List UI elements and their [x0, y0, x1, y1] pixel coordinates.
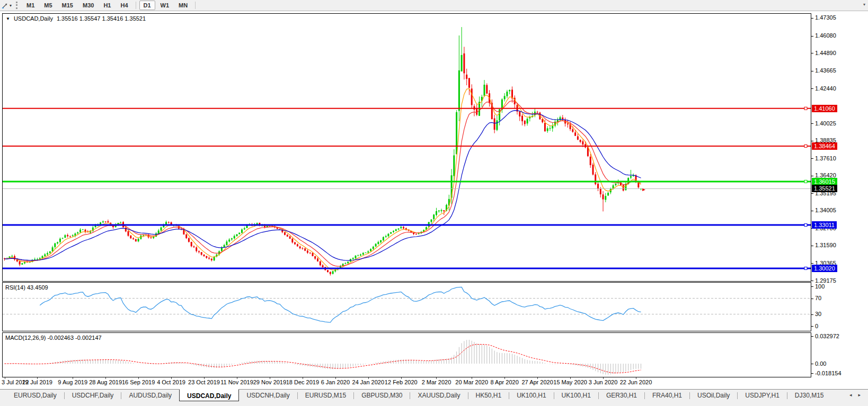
- tool-dropdown-caret-icon[interactable]: ▾: [10, 3, 12, 8]
- hline-handle: [804, 180, 807, 183]
- rsi-label: RSI(14) 43.4509: [5, 284, 48, 291]
- price-tick-mark: [811, 141, 813, 141]
- price-tick-label: 1.34005: [815, 207, 836, 213]
- chart-tab-ger30-h1[interactable]: GER30,H1: [599, 390, 644, 402]
- hline-handle: [804, 145, 807, 147]
- date-label: 4 Oct 2019: [157, 379, 185, 385]
- chart-tab-usdcnh-daily[interactable]: USDCNH,Daily: [239, 390, 297, 402]
- chart-tab-bar: EURUSD,DailyUSDCHF,DailyAUDUSD,DailyUSDC…: [0, 389, 868, 406]
- chart-tab-eurusd-daily[interactable]: EURUSD,Daily: [6, 390, 64, 402]
- chart-tab-usoil-daily[interactable]: USOil,Daily: [690, 390, 737, 402]
- date-label: 15 May 2020: [553, 379, 587, 385]
- date-label: 27 Apr 2020: [521, 379, 553, 385]
- date-label: 23 Oct 2019: [188, 379, 220, 385]
- chart-tab-uk100-h1[interactable]: UK100,H1: [554, 390, 598, 402]
- quote-ohlc: 1.35516 1.35547 1.35416 1.35521: [57, 15, 146, 22]
- price-chart-canvas[interactable]: [3, 14, 811, 281]
- price-tick-mark: [811, 193, 813, 194]
- rsi-value: 43.4509: [27, 284, 48, 291]
- chart-tab-eurusd-m15[interactable]: EURUSD,M15: [298, 390, 353, 402]
- price-tick-label: 1.40025: [815, 120, 836, 127]
- symbol-dropdown-icon[interactable]: ▼: [6, 16, 10, 21]
- chart-tab-usdcad-daily[interactable]: USDCAD,Daily: [179, 389, 239, 401]
- macd-panel[interactable]: MACD(12,26,9) -0.002463 -0.002147: [2, 332, 811, 377]
- price-tick-label: 1.37610: [815, 155, 836, 161]
- chart-tab-audusd-daily[interactable]: AUDUSD,Daily: [121, 390, 179, 402]
- macd-signal-line: [5, 345, 641, 373]
- chart-tab-hk50-h1[interactable]: HK50,H1: [468, 390, 509, 402]
- timeframe-button-m5[interactable]: M5: [40, 1, 56, 10]
- rsi-tick-mark: [811, 286, 813, 287]
- chart-tab-fra40-h1[interactable]: FRA40,H1: [645, 390, 689, 402]
- timeframe-button-w1[interactable]: W1: [156, 1, 174, 10]
- price-tick-mark: [811, 246, 813, 246]
- chart-tab-gbpusd-m30[interactable]: GBPUSD,M30: [354, 390, 410, 402]
- date-label: 22 Jul 2019: [22, 379, 52, 385]
- quote-line: ▼ USDCAD,Daily 1.35516 1.35547 1.35416 1…: [6, 15, 146, 22]
- tab-scroll-right-icon[interactable]: ▸: [858, 392, 861, 398]
- price-tick-mark: [811, 53, 813, 53]
- chart-tab-dj30-m15[interactable]: DJ30,M15: [787, 390, 831, 402]
- price-tick-mark: [811, 158, 813, 159]
- price-tick-label: 1.43665: [815, 67, 836, 74]
- crosshair-tool-button[interactable]: ▾: [0, 1, 13, 11]
- chart-tab-usdchf-daily[interactable]: USDCHF,Daily: [65, 390, 121, 402]
- macd-tick-mark: [811, 373, 813, 374]
- macd-values: -0.002463 -0.002147: [47, 335, 101, 341]
- timeframe-button-mn[interactable]: MN: [174, 1, 192, 10]
- timeframe-button-m15[interactable]: M15: [58, 1, 77, 10]
- macd-label: MACD(12,26,9) -0.002463 -0.002147: [5, 335, 102, 341]
- chart-tab-usdjpy-h1[interactable]: USDJPY,H1: [738, 390, 786, 402]
- macd-histogram: [5, 340, 641, 375]
- price-tick-mark: [811, 88, 813, 89]
- date-label: 24 Jan 2020: [352, 379, 385, 385]
- price-tick-mark: [811, 71, 813, 71]
- rsi-line: [40, 287, 641, 322]
- price-line-badge[interactable]: 1.38464: [812, 142, 837, 150]
- date-label: 11 Nov 2019: [220, 379, 253, 385]
- price-tick-mark: [811, 281, 813, 281]
- date-label: 22 Jun 2020: [620, 379, 652, 385]
- price-tick-label: 1.31590: [815, 242, 836, 248]
- rsi-panel[interactable]: RSI(14) 43.4509: [2, 282, 811, 331]
- rsi-tick-label: 30: [815, 311, 821, 317]
- timeframe-button-m1[interactable]: M1: [22, 1, 39, 10]
- slow-ma-line: [5, 111, 641, 261]
- date-label: 28 Aug 2019: [89, 379, 122, 385]
- chart-tab-xauusd-daily[interactable]: XAUUSD,Daily: [410, 390, 467, 402]
- timeframe-button-h4[interactable]: H4: [116, 1, 132, 10]
- toolbar-separator: [136, 2, 136, 9]
- macd-tick-label: -0.018154: [815, 370, 842, 376]
- toolbar-separator: [195, 2, 196, 9]
- crosshair-icon: [2, 2, 8, 9]
- rsi-canvas[interactable]: [3, 283, 811, 331]
- price-line-badge[interactable]: 1.30020: [812, 265, 837, 272]
- price-tick-mark: [811, 36, 813, 37]
- tab-scroll-left-icon[interactable]: ◂: [849, 392, 852, 398]
- macd-tick-mark: [811, 336, 813, 337]
- price-tick-label: 1.46080: [815, 32, 836, 39]
- rsi-tick-label: 0: [815, 323, 818, 329]
- price-line-badge[interactable]: 1.36015: [812, 178, 837, 185]
- price-tick-label: 1.44890: [815, 50, 836, 56]
- rsi-tick-mark: [811, 314, 813, 315]
- date-label: 6 Jan 2020: [321, 379, 350, 385]
- date-label: 2 Mar 2020: [422, 379, 451, 385]
- price-tick-mark: [811, 211, 813, 211]
- macd-canvas[interactable]: [3, 333, 811, 377]
- timeframe-button-h1[interactable]: H1: [99, 1, 115, 10]
- timeframe-button-d1[interactable]: D1: [139, 1, 155, 10]
- price-tick-label: 1.47305: [815, 14, 836, 21]
- date-label: 20 Mar 2020: [455, 379, 488, 385]
- rsi-tick-mark: [811, 326, 813, 327]
- chart-tabs: EURUSD,DailyUSDCHF,DailyAUDUSD,DailyUSDC…: [0, 390, 831, 402]
- chart-tab-uk100-h1[interactable]: UK100,H1: [509, 390, 553, 402]
- price-line-badge[interactable]: 1.41060: [812, 105, 837, 112]
- hline-handle: [804, 107, 807, 110]
- price-chart-panel[interactable]: ▼ USDCAD,Daily 1.35516 1.35547 1.35416 1…: [2, 13, 811, 282]
- toolbar-grip[interactable]: [16, 2, 18, 9]
- date-label: 3 Jun 2020: [589, 379, 617, 385]
- timeframe-button-m30[interactable]: M30: [78, 1, 98, 10]
- toolbar-overflow-icon[interactable]: ▾: [863, 2, 865, 7]
- price-line-badge[interactable]: 1.33011: [812, 221, 837, 229]
